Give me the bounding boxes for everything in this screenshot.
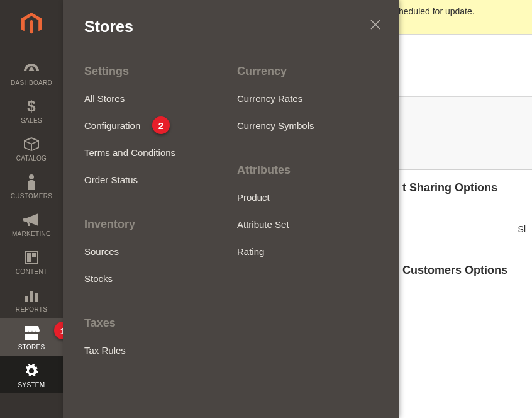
svg-rect-5 [30, 291, 33, 302]
nav-reports[interactable]: REPORTS [0, 280, 63, 318]
section-heading-currency: Currency [237, 65, 377, 78]
storefront-icon [23, 324, 40, 342]
svg-point-0 [29, 174, 34, 179]
section-heading-settings: Settings [84, 65, 224, 78]
person-icon [23, 173, 40, 191]
link-stocks[interactable]: Stocks [84, 273, 113, 284]
link-currency-symbols[interactable]: Currency Symbols [237, 120, 314, 131]
section-heading-inventory: Inventory [84, 218, 224, 231]
nav-system[interactable]: SYSTEM [0, 356, 63, 393]
flyout-column-right: Currency Currency Rates Currency Symbols… [237, 65, 377, 372]
box-icon [23, 135, 40, 153]
section-heading-taxes: Taxes [84, 317, 224, 330]
svg-rect-2 [27, 253, 31, 262]
link-attribute-set[interactable]: Attribute Set [237, 219, 289, 230]
config-row: Sl [399, 206, 532, 252]
nav-content[interactable]: CONTENT [0, 242, 63, 280]
stores-flyout: Stores Settings All Stores Configuration… [63, 0, 399, 418]
svg-rect-6 [35, 293, 38, 302]
close-icon[interactable] [370, 19, 381, 33]
megaphone-icon [23, 211, 40, 229]
nav-sales[interactable]: $ SALES [0, 91, 63, 129]
gear-icon [23, 362, 40, 380]
link-all-stores[interactable]: All Stores [84, 93, 125, 104]
link-rating[interactable]: Rating [237, 246, 264, 257]
config-section-customers[interactable]: Customers Options [399, 252, 532, 288]
nav-label: MARKETING [12, 230, 51, 237]
link-currency-rates[interactable]: Currency Rates [237, 93, 302, 104]
svg-rect-3 [32, 253, 36, 257]
nav-label: DASHBOARD [11, 79, 52, 86]
nav-label: SALES [21, 117, 42, 124]
dollar-icon: $ [23, 98, 40, 115]
nav-dashboard[interactable]: DASHBOARD [0, 54, 63, 91]
link-configuration[interactable]: Configuration 2 [84, 120, 140, 131]
nav-label: CUSTOMERS [11, 193, 52, 200]
layout-icon [23, 249, 40, 266]
magento-logo[interactable] [19, 11, 44, 37]
link-terms-conditions[interactable]: Terms and Conditions [84, 147, 175, 158]
link-sources[interactable]: Sources [84, 246, 119, 257]
config-section-sharing[interactable]: t Sharing Options [399, 169, 532, 206]
sidebar-divider [18, 47, 45, 47]
nav-label: CONTENT [16, 268, 47, 275]
link-tax-rules[interactable]: Tax Rules [84, 345, 126, 356]
nav-label: SYSTEM [18, 381, 45, 388]
background-content: heduled for update. t Sharing Options Sl… [399, 0, 532, 418]
link-product[interactable]: Product [237, 192, 270, 203]
notification-banner: heduled for update. [399, 0, 532, 34]
chart-icon [23, 286, 40, 304]
svg-rect-4 [25, 296, 28, 302]
gauge-icon [23, 60, 40, 77]
nav-label: REPORTS [16, 306, 47, 313]
nav-stores[interactable]: STORES 1 [0, 318, 63, 356]
admin-sidebar: DASHBOARD $ SALES CATALOG CUSTOMERS MARK… [0, 0, 63, 418]
nav-marketing[interactable]: MARKETING [0, 205, 63, 242]
nav-label: STORES [18, 344, 45, 351]
nav-label: CATALOG [16, 155, 47, 162]
link-order-status[interactable]: Order Status [84, 174, 138, 185]
nav-catalog[interactable]: CATALOG [0, 129, 63, 167]
flyout-title: Stores [84, 18, 377, 36]
section-heading-attributes: Attributes [237, 164, 377, 177]
flyout-column-left: Settings All Stores Configuration 2 Term… [84, 65, 224, 372]
magento-logo-icon [19, 11, 44, 37]
nav-customers[interactable]: CUSTOMERS [0, 167, 63, 205]
link-label: Configuration [84, 120, 140, 131]
annotation-badge-2: 2 [152, 116, 170, 134]
